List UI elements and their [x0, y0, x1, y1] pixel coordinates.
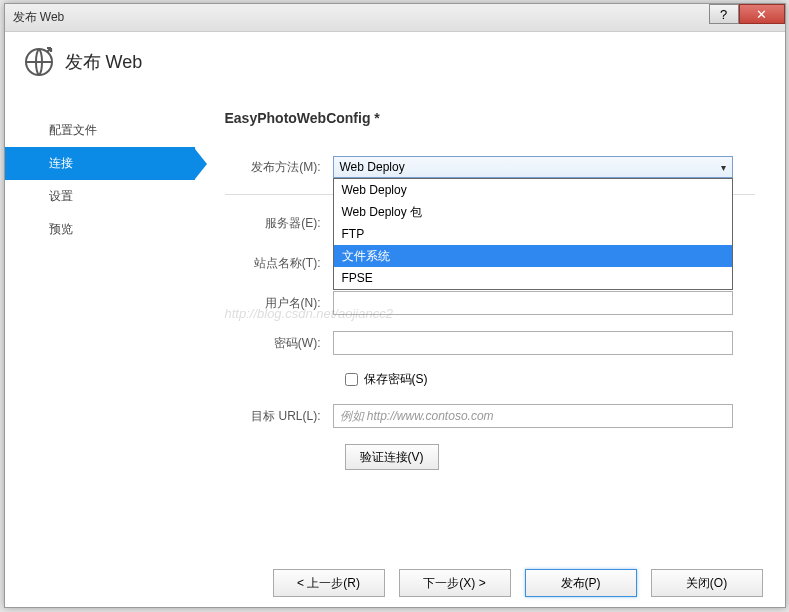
dialog-title: 发布 Web [65, 50, 143, 74]
sidebar-item-preview[interactable]: 预览 [5, 213, 195, 246]
sidebar-item-connection[interactable]: 连接 [5, 147, 195, 180]
titlebar: 发布 Web ? ✕ [5, 4, 785, 32]
row-publish-method: 发布方法(M): Web Deploy ▾ Web Deploy Web Dep… [225, 156, 755, 178]
next-button[interactable]: 下一步(X) > [399, 569, 511, 597]
wizard-sidebar: 配置文件 连接 设置 预览 [5, 88, 195, 555]
help-button[interactable]: ? [709, 4, 739, 24]
label-target-url: 目标 URL(L): [225, 408, 333, 425]
profile-heading: EasyPhotoWebConfig * [225, 110, 755, 126]
prev-button[interactable]: < 上一步(R) [273, 569, 385, 597]
row-target-url: 目标 URL(L): [225, 404, 755, 428]
label-username: 用户名(N): [225, 295, 333, 312]
publish-method-dropdown: Web Deploy Web Deploy 包 FTP 文件系统 FPSE [333, 178, 733, 290]
row-password: 密码(W): [225, 331, 755, 355]
window-title: 发布 Web [13, 9, 65, 26]
dialog-header: 发布 Web [5, 32, 785, 88]
combo-display[interactable]: Web Deploy ▾ [333, 156, 733, 178]
sidebar-item-label: 预览 [49, 222, 73, 236]
label-sitename: 站点名称(T): [225, 255, 333, 272]
dialog-window: 发布 Web ? ✕ 发布 Web 配置文件 连接 设置 [4, 3, 786, 608]
close-dialog-button[interactable]: 关闭(O) [651, 569, 763, 597]
username-input[interactable] [333, 291, 733, 315]
dropdown-option-webdeploy-package[interactable]: Web Deploy 包 [334, 201, 732, 223]
combo-selected-text: Web Deploy [340, 160, 405, 174]
publish-button[interactable]: 发布(P) [525, 569, 637, 597]
row-save-password: 保存密码(S) [345, 371, 755, 388]
sidebar-item-profile[interactable]: 配置文件 [5, 114, 195, 147]
dropdown-option-webdeploy[interactable]: Web Deploy [334, 179, 732, 201]
publish-method-combo[interactable]: Web Deploy ▾ Web Deploy Web Deploy 包 FTP… [333, 156, 733, 178]
dropdown-option-fpse[interactable]: FPSE [334, 267, 732, 289]
window-controls: ? ✕ [709, 4, 785, 24]
main-panel: EasyPhotoWebConfig * 发布方法(M): Web Deploy… [195, 88, 785, 555]
sidebar-item-label: 配置文件 [49, 123, 97, 137]
row-validate: 验证连接(V) [345, 444, 755, 470]
password-input[interactable] [333, 331, 733, 355]
label-publish-method: 发布方法(M): [225, 159, 333, 176]
label-server: 服务器(E): [225, 215, 333, 232]
dropdown-option-filesystem[interactable]: 文件系统 [334, 245, 732, 267]
save-password-label: 保存密码(S) [364, 371, 428, 388]
sidebar-item-settings[interactable]: 设置 [5, 180, 195, 213]
target-url-input[interactable] [333, 404, 733, 428]
validate-button[interactable]: 验证连接(V) [345, 444, 439, 470]
save-password-checkbox[interactable] [345, 373, 358, 386]
row-username: 用户名(N): [225, 291, 755, 315]
chevron-down-icon: ▾ [721, 162, 726, 173]
sidebar-item-label: 设置 [49, 189, 73, 203]
dialog-footer: < 上一步(R) 下一步(X) > 发布(P) 关闭(O) [273, 569, 763, 597]
dropdown-option-ftp[interactable]: FTP [334, 223, 732, 245]
sidebar-item-label: 连接 [49, 156, 73, 170]
close-button[interactable]: ✕ [739, 4, 785, 24]
globe-upload-icon [23, 46, 55, 78]
label-password: 密码(W): [225, 335, 333, 352]
content-area: 配置文件 连接 设置 预览 EasyPhotoWebConfig * 发布方法(… [5, 88, 785, 555]
